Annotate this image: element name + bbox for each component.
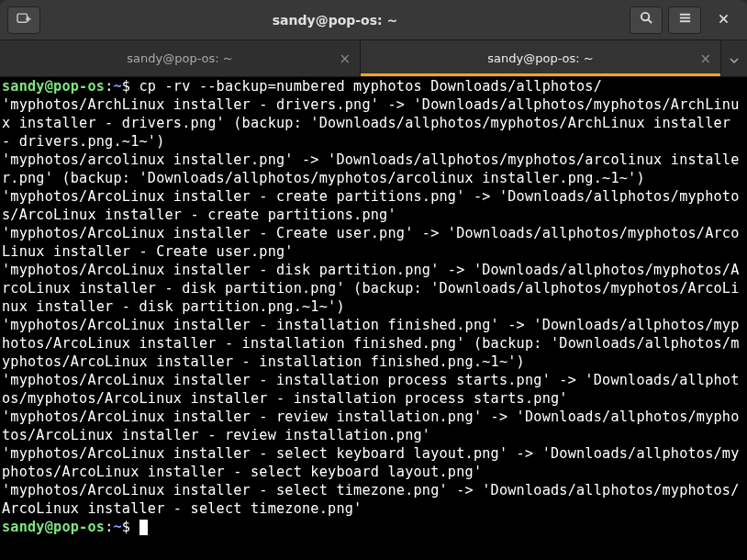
output-line: 'myphotos/ArcoLinux installer - select k… xyxy=(2,445,740,480)
search-icon xyxy=(640,11,653,28)
close-icon xyxy=(718,12,730,28)
output-line: 'myphotos/ArcoLinux installer - review i… xyxy=(2,409,740,443)
tab-0[interactable]: sandy@pop-os: ~ × xyxy=(0,40,361,76)
search-button[interactable] xyxy=(630,6,663,34)
titlebar-controls xyxy=(630,6,740,34)
new-tab-icon xyxy=(16,12,32,28)
output-line: 'myphotos/ArcoLinux installer - installa… xyxy=(2,372,740,407)
window-title: sandy@pop-os: ~ xyxy=(40,13,630,28)
hamburger-icon xyxy=(678,11,692,28)
tab-1[interactable]: sandy@pop-os: ~ × xyxy=(361,40,721,76)
output-line: 'myphotos/ArcoLinux installer - Create u… xyxy=(2,225,740,260)
prompt-sigil: $ xyxy=(122,519,130,535)
prompt-path: ~ xyxy=(113,519,121,535)
output-line: 'myphotos/arcolinux installer.png' -> 'D… xyxy=(2,151,740,186)
prompt-path: ~ xyxy=(113,78,121,95)
svg-rect-0 xyxy=(17,14,28,22)
svg-line-4 xyxy=(648,19,652,23)
tab-close-button[interactable]: × xyxy=(339,50,351,67)
output-line: 'myphotos/ArcoLinux installer - select t… xyxy=(2,482,740,517)
output-line: 'myphotos/ArchLinux installer - drivers.… xyxy=(2,96,740,150)
svg-point-3 xyxy=(641,13,648,20)
prompt-sigil: $ xyxy=(122,78,130,95)
prompt-user-host: sandy@pop-os xyxy=(2,519,105,535)
menu-button[interactable] xyxy=(668,6,701,34)
prompt-user-host: sandy@pop-os xyxy=(2,78,105,95)
tab-dropdown-button[interactable] xyxy=(721,40,747,76)
titlebar: sandy@pop-os: ~ xyxy=(0,0,747,40)
cursor xyxy=(139,520,148,535)
tab-bar: sandy@pop-os: ~ × sandy@pop-os: ~ × xyxy=(0,40,747,77)
tab-label: sandy@pop-os: ~ xyxy=(487,51,593,65)
tab-label: sandy@pop-os: ~ xyxy=(127,51,232,65)
chevron-down-icon xyxy=(730,50,739,67)
command-text: cp -rv --backup=numbered myphotos Downlo… xyxy=(139,78,603,95)
close-window-button[interactable] xyxy=(707,6,740,34)
output-line: 'myphotos/ArcoLinux installer - installa… xyxy=(2,317,740,370)
output-line: 'myphotos/ArcoLinux installer - disk par… xyxy=(2,262,740,315)
terminal-content[interactable]: sandy@pop-os:~$ cp -rv --backup=numbered… xyxy=(0,77,747,560)
tab-close-button[interactable]: × xyxy=(699,50,711,67)
new-tab-button[interactable] xyxy=(7,6,40,34)
output-line: 'myphotos/ArcoLinux installer - create p… xyxy=(2,188,740,223)
